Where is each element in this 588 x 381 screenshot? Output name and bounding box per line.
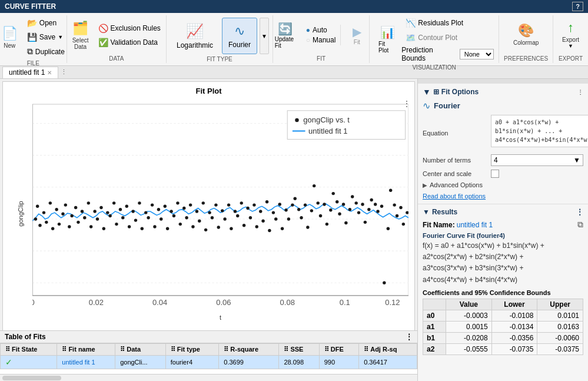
svg-point-76 (234, 210, 237, 213)
svg-point-53 (160, 217, 162, 220)
validation-data-button[interactable]: ✅ Validation Data (94, 36, 165, 49)
svg-point-41 (121, 216, 124, 219)
svg-point-110 (342, 203, 345, 206)
number-of-terms-select[interactable]: 4 ▼ (491, 154, 583, 166)
coeff-name: a1 (423, 321, 446, 332)
collapse-fit-options-icon[interactable]: ▼ (423, 87, 431, 97)
x-axis-label: t (32, 314, 408, 321)
tab-options-icon[interactable]: ⋮ (61, 68, 67, 76)
copy-fit-name-button[interactable]: ⧉ (577, 220, 583, 230)
svg-point-31 (89, 225, 92, 228)
logarithmic-button[interactable]: 📈 Logarithmic (170, 18, 220, 54)
svg-point-96 (297, 208, 300, 211)
svg-point-116 (361, 203, 364, 206)
svg-point-90 (278, 203, 281, 206)
horizontal-scrollbar[interactable] (2, 376, 61, 380)
manual-radio[interactable]: ○ Manual (306, 36, 336, 44)
read-fit-options-link[interactable]: Read about fit options (423, 193, 486, 200)
coeff-lower: -0.0735 (491, 343, 537, 355)
coeff-upper: -0.0375 (537, 343, 583, 355)
svg-point-36 (106, 211, 109, 214)
help-icon[interactable]: ? (572, 2, 583, 11)
svg-point-42 (125, 205, 128, 208)
fit-button[interactable]: ▶ Fit (342, 18, 371, 53)
new-button[interactable]: 📄 New (0, 20, 22, 55)
fit-plot-button[interactable]: 📊 Fit Plot (374, 22, 400, 57)
colormap-icon: 🎨 (518, 23, 534, 38)
svg-point-102 (316, 201, 319, 204)
plot-options-icon[interactable]: ⋮ (403, 99, 411, 108)
tab-bar: untitled fit 1 ✕ ⋮ (0, 66, 588, 79)
scrollbar-area (0, 374, 417, 381)
svg-point-50 (151, 203, 154, 206)
tab-untitled-fit-1[interactable]: untitled fit 1 ✕ (2, 67, 58, 78)
exclusion-rules-button[interactable]: 🚫 Exclusion Rules (94, 22, 165, 35)
svg-text:0.12: 0.12 (385, 298, 400, 307)
contour-plot-button[interactable]: 🗺️ Contour Plot (401, 31, 494, 44)
svg-point-62 (189, 203, 192, 206)
svg-point-114 (354, 201, 357, 204)
auto-radio[interactable]: ● Auto (306, 26, 336, 34)
svg-point-46 (138, 201, 141, 204)
ribbon: 📄 New 📂 Open 💾 Save ▼ ⧉ Duplicate F (0, 13, 588, 66)
bottom-section: Table of Fits ⋮ ⠿ Fit State ⠿ Fit name ⠿… (0, 330, 417, 381)
center-and-scale-checkbox[interactable] (491, 170, 499, 178)
svg-point-18 (49, 201, 52, 204)
svg-point-87 (268, 229, 271, 232)
results-section: ▼ Results ⋮ Fit Name: untitled fit 1 ⧉ F… (418, 204, 588, 359)
svg-point-70 (214, 203, 217, 206)
coeff-col-value: Value (446, 299, 492, 310)
fit-type-dropdown[interactable]: ▼ (260, 18, 269, 54)
svg-point-58 (176, 201, 179, 204)
svg-point-29 (83, 216, 86, 219)
contour-plot-icon: 🗺️ (406, 33, 416, 42)
svg-point-66 (202, 201, 205, 204)
fit-options-menu-icon[interactable]: ⋮ (577, 89, 583, 95)
data-group: 🗂️ Select Data 🚫 Exclusion Rules ✅ Valid… (67, 15, 167, 63)
coeff-name: b1 (423, 332, 446, 343)
save-button[interactable]: 💾 Save ▼ (23, 31, 69, 44)
open-button[interactable]: 📂 Open (23, 16, 69, 29)
svg-point-81 (249, 216, 252, 219)
coeff-value: -0.0208 (446, 332, 492, 343)
validation-data-icon: ✅ (98, 38, 108, 47)
svg-point-124 (387, 227, 390, 230)
fit-plot-icon: 📊 (380, 25, 395, 39)
svg-point-15 (38, 224, 41, 227)
duplicate-button[interactable]: ⧉ Duplicate (23, 45, 69, 58)
svg-text:0.08: 0.08 (280, 298, 295, 307)
svg-point-47 (141, 227, 144, 230)
svg-point-30 (87, 201, 90, 204)
bottom-options-icon[interactable]: ⋮ (406, 333, 413, 341)
collapse-results-icon[interactable]: ▼ (423, 208, 430, 216)
svg-point-109 (338, 213, 341, 216)
export-button[interactable]: ↑ Export ▼ (558, 16, 583, 52)
colormap-button[interactable]: 🎨 Colormap (509, 16, 543, 52)
svg-point-107 (331, 192, 334, 195)
prediction-bounds-select[interactable]: None (460, 49, 494, 59)
advanced-options-row[interactable]: ▶ Advanced Options (423, 181, 583, 188)
update-fit-button[interactable]: 🔄 Update Fit (271, 18, 300, 53)
tab-close-icon[interactable]: ✕ (47, 69, 52, 76)
new-icon: 📄 (2, 26, 18, 41)
svg-point-26 (74, 206, 77, 209)
coeff-col-lower: Lower (491, 299, 537, 310)
svg-point-97 (300, 216, 303, 219)
svg-point-100 (310, 209, 313, 212)
coeff-row: a2-0.0555-0.0735-0.0375 (423, 343, 583, 355)
select-data-button[interactable]: 🗂️ Select Data (68, 18, 93, 53)
fit-type-group: 📈 Logarithmic ∿ Fourier ▼ FIT TYPE (167, 15, 273, 63)
svg-point-127 (396, 214, 398, 217)
fourier-button[interactable]: ∿ Fourier (222, 18, 257, 54)
svg-point-49 (147, 216, 150, 219)
svg-point-19 (51, 227, 54, 230)
fourier-icon: ∿ (234, 24, 245, 39)
svg-point-14 (36, 205, 39, 208)
title-bar: CURVE FITTER ? (0, 0, 588, 13)
svg-point-32 (93, 210, 96, 213)
residuals-plot-button[interactable]: 📉 Residuals Plot (401, 16, 494, 29)
svg-text:0.04: 0.04 (152, 298, 167, 307)
coeff-upper: 0.0163 (537, 321, 583, 332)
table-row[interactable]: ✓ untitled fit 1 gongCli... fourier4 0.3… (1, 355, 417, 369)
results-menu-icon[interactable]: ⋮ (576, 208, 583, 216)
